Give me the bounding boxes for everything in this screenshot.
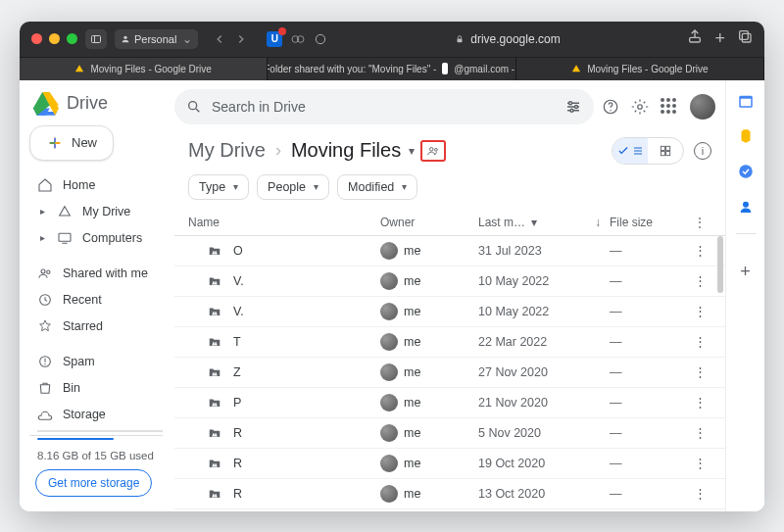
col-menu[interactable]: ⋮ — [688, 216, 711, 229]
browser-window: Personal ⌄ U drive.google.com + — [20, 22, 764, 511]
maximize-window-button[interactable] — [67, 33, 77, 44]
col-size[interactable]: File size — [610, 216, 688, 229]
table-row[interactable]: V.me10 May 2022—⋮ — [174, 297, 725, 327]
address-bar[interactable]: drive.google.com — [335, 32, 679, 46]
avatar-icon — [380, 424, 398, 442]
people-icon[interactable] — [425, 144, 441, 158]
nav-recent[interactable]: Recent — [29, 287, 167, 313]
nav-mydrive[interactable]: ▸My Drive — [29, 199, 167, 224]
drive-app: Drive New Home ▸My Drive ▸Computers Shar… — [20, 80, 764, 511]
row-menu[interactable]: ⋮ — [688, 334, 711, 349]
minimize-window-button[interactable] — [49, 33, 60, 44]
size-cell: — — [610, 305, 688, 318]
owner-label: me — [404, 487, 420, 501]
table-row[interactable]: Rme13 Oct 2020—⋮ — [174, 479, 725, 509]
apps-icon[interactable] — [661, 98, 678, 116]
table-row[interactable]: Pme21 Nov 2020—⋮ — [174, 388, 725, 418]
owner-cell: me — [380, 485, 478, 503]
row-menu[interactable]: ⋮ — [688, 304, 711, 318]
table-row[interactable]: Rme19 Oct 2020—⋮ — [174, 449, 725, 479]
info-button[interactable]: i — [694, 142, 711, 160]
row-menu[interactable]: ⋮ — [688, 456, 711, 470]
nav-spam[interactable]: Spam — [29, 349, 167, 374]
svg-point-22 — [189, 101, 197, 109]
svg-rect-35 — [666, 151, 670, 155]
modified-cell: 10 May 2022 — [478, 274, 586, 288]
browser-tab[interactable]: Folder shared with you: "Moving Files" -… — [268, 58, 515, 80]
table-row[interactable]: V.me10 May 2022—⋮ — [174, 266, 725, 297]
svg-rect-57 — [740, 98, 751, 106]
sort-direction[interactable]: ↓ — [586, 216, 610, 229]
product-logo[interactable]: Drive — [29, 88, 174, 125]
svg-point-42 — [213, 342, 215, 344]
svg-point-17 — [47, 270, 50, 273]
contacts-icon[interactable] — [737, 198, 755, 216]
filter-type[interactable]: Type▾ — [188, 174, 249, 200]
row-menu[interactable]: ⋮ — [688, 273, 711, 288]
nav-computers[interactable]: ▸Computers — [29, 225, 167, 251]
tasks-icon[interactable] — [737, 163, 755, 180]
close-window-button[interactable] — [31, 33, 42, 44]
file-name: V. — [233, 274, 380, 288]
tune-icon[interactable] — [564, 98, 582, 116]
table-row[interactable]: Rme5 Nov 2020—⋮ — [174, 418, 725, 449]
account-avatar[interactable] — [690, 94, 715, 120]
get-more-storage-button[interactable]: Get more storage — [35, 469, 152, 497]
nav-label: Computers — [82, 231, 142, 245]
browser-profile-button[interactable]: Personal ⌄ — [115, 29, 198, 49]
nav-bin[interactable]: Bin — [29, 375, 167, 401]
share-icon[interactable] — [687, 28, 703, 44]
new-tab-button[interactable]: + — [714, 28, 725, 49]
calendar-icon[interactable] — [737, 92, 755, 110]
help-icon[interactable] — [602, 98, 619, 116]
row-menu[interactable]: ⋮ — [688, 243, 711, 258]
extension-icon-2[interactable] — [314, 32, 327, 46]
nav-shared[interactable]: Shared with me — [29, 261, 167, 286]
tabs-overview-icon[interactable] — [737, 28, 753, 44]
row-menu[interactable]: ⋮ — [688, 364, 711, 379]
breadcrumb-root[interactable]: My Drive — [188, 139, 266, 162]
extension-icons: U — [267, 31, 327, 47]
nav-home[interactable]: Home — [29, 172, 167, 198]
new-button[interactable]: New — [29, 125, 114, 161]
col-name[interactable]: Name — [188, 216, 380, 229]
shared-folder-icon — [206, 244, 223, 258]
extension-icon[interactable] — [290, 31, 306, 47]
filter-people[interactable]: People▾ — [257, 174, 329, 200]
back-button[interactable] — [210, 29, 229, 49]
file-list[interactable]: Ome31 Jul 2023—⋮V.me10 May 2022—⋮V.me10 … — [174, 236, 725, 511]
table-row[interactable]: Ome31 Jul 2023—⋮ — [174, 236, 725, 266]
search-input[interactable]: Search in Drive — [174, 89, 594, 124]
nav-storage[interactable]: Storage — [29, 402, 167, 427]
breadcrumb-current[interactable]: Moving Files ▾ — [291, 139, 415, 162]
chevron-right-icon — [234, 32, 248, 46]
browser-tab[interactable]: Moving Files - Google Drive — [20, 58, 268, 80]
drive-logo-icon — [33, 92, 59, 116]
check-icon — [616, 144, 630, 158]
titlebar-right: + — [687, 28, 753, 49]
scrollbar[interactable] — [717, 236, 723, 293]
add-addon-button[interactable]: + — [740, 262, 751, 282]
sidebar-toggle-button[interactable] — [85, 29, 107, 49]
forward-button[interactable] — [231, 29, 251, 49]
table-row[interactable]: Rme21 Sept 2020—⋮ — [174, 509, 725, 511]
size-cell: — — [610, 396, 688, 410]
row-menu[interactable]: ⋮ — [688, 395, 711, 410]
file-name: T — [233, 335, 380, 349]
col-owner[interactable]: Owner — [380, 216, 478, 229]
table-row[interactable]: Zme27 Nov 2020—⋮ — [174, 358, 725, 388]
owner-cell: me — [380, 242, 478, 260]
browser-tab[interactable]: Moving Files - Google Drive — [516, 58, 764, 80]
list-view-button[interactable] — [612, 138, 648, 164]
table-row[interactable]: Tme22 Mar 2022—⋮ — [174, 327, 725, 358]
password-manager-icon[interactable]: U — [267, 31, 282, 47]
settings-icon[interactable] — [631, 98, 649, 116]
grid-view-button[interactable] — [648, 138, 683, 164]
filter-modified[interactable]: Modified▾ — [337, 174, 417, 200]
row-menu[interactable]: ⋮ — [688, 425, 711, 440]
col-modified[interactable]: Last m… ▾ — [478, 216, 586, 229]
keep-icon[interactable] — [737, 127, 755, 145]
svg-point-31 — [435, 148, 438, 151]
row-menu[interactable]: ⋮ — [688, 486, 711, 501]
nav-starred[interactable]: Starred — [29, 314, 167, 339]
